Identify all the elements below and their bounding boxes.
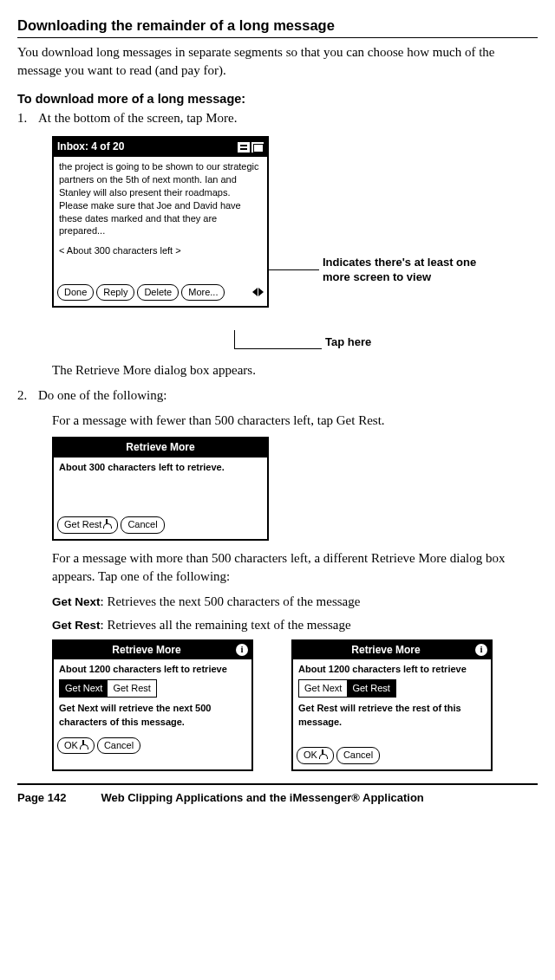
more-button[interactable]: More...: [181, 284, 225, 301]
tab-selector[interactable]: Get Next Get Rest: [59, 679, 157, 698]
step-text: Do one of the following:: [38, 386, 166, 405]
titlebar-icons: [238, 142, 264, 153]
def-get-rest: Get Rest: Retrieves all the remaining te…: [52, 616, 538, 634]
arrow-right-icon: [258, 288, 264, 296]
dialog-desc: Get Rest will retrieve the rest of this …: [298, 702, 486, 738]
tab-get-rest[interactable]: Get Rest: [347, 680, 395, 697]
arrow-left-icon: [252, 288, 258, 296]
def-get-next: Get Next: Retrieves the next 500 charact…: [52, 593, 538, 611]
tab-get-rest[interactable]: Get Rest: [108, 680, 155, 697]
dialog-title: Retrieve More: [351, 643, 420, 658]
get-rest-button[interactable]: Get Rest: [57, 516, 118, 533]
page-number: Page 142: [17, 790, 66, 806]
dialog-title: Retrieve More: [54, 438, 267, 458]
reply-button[interactable]: Reply: [96, 284, 134, 301]
callout-remaining: Indicates there's at least one more scre…: [323, 256, 496, 284]
retrieve-more-next-dialog: Retrieve More i About 1200 characters le…: [52, 639, 253, 771]
list-icon: [251, 142, 264, 153]
procedure-heading: To download more of a long message:: [17, 90, 538, 107]
scroll-arrows[interactable]: [252, 288, 264, 296]
antenna-icon: [80, 742, 88, 750]
cancel-button[interactable]: Cancel: [121, 516, 164, 533]
cancel-button[interactable]: Cancel: [336, 747, 380, 763]
done-button[interactable]: Done: [57, 284, 94, 301]
def-label: Get Rest: [52, 619, 101, 632]
def-label: Get Next: [52, 595, 101, 608]
dialog-line1: About 1200 characters left to retrieve: [59, 663, 246, 676]
step-number: 1.: [17, 109, 38, 127]
ok-button[interactable]: OK: [57, 737, 95, 754]
step-1: 1. At the bottom of the screen, tap More…: [17, 109, 538, 127]
ok-button[interactable]: OK: [297, 747, 334, 763]
step1-result: The Retrieve More dialog box appears.: [52, 361, 538, 380]
message-body: the project is going to be shown to our …: [54, 157, 267, 243]
retrieve-more-small-dialog: Retrieve More About 300 characters left …: [52, 437, 269, 540]
cancel-button[interactable]: Cancel: [97, 737, 140, 754]
chapter-title: Web Clipping Applications and the iMesse…: [101, 790, 423, 806]
section-heading: Downloading the remainder of a long mess…: [17, 16, 538, 38]
dialog-line1: About 1200 characters left to retrieve: [298, 663, 486, 676]
antenna-icon: [319, 751, 327, 759]
remaining-chars-indicator: < About 300 characters left >: [54, 243, 267, 280]
antenna-icon: [103, 521, 111, 529]
info-icon[interactable]: i: [475, 644, 487, 656]
info-icon[interactable]: i: [236, 644, 248, 656]
tab-get-next[interactable]: Get Next: [299, 680, 347, 697]
case-under-500: For a message with fewer than 500 charac…: [52, 412, 538, 430]
inbox-screenshot: Inbox: 4 of 20 the project is going to b…: [52, 136, 269, 308]
dialog-title: Retrieve More: [112, 643, 180, 658]
dialog-desc: Get Next will retrieve the next 500 char…: [59, 702, 246, 729]
step-2: 2. Do one of the following:: [17, 386, 538, 405]
step-text: At the bottom of the screen, tap More.: [38, 109, 238, 127]
intro-paragraph: You download long messages in separate s…: [17, 43, 538, 80]
delete-button[interactable]: Delete: [137, 284, 179, 301]
callout-taphere: Tap here: [325, 335, 371, 349]
page-footer: Page 142 Web Clipping Applications and t…: [17, 783, 538, 806]
view-icon: [238, 142, 250, 153]
tab-selector[interactable]: Get Next Get Rest: [298, 679, 396, 698]
step-number: 2.: [17, 386, 38, 405]
tab-get-next[interactable]: Get Next: [60, 680, 108, 697]
retrieve-more-rest-dialog: Retrieve More i About 1200 characters le…: [291, 639, 493, 771]
case-over-500: For a message with more than 500 charact…: [52, 549, 538, 586]
inbox-title: Inbox: 4 of 20: [57, 140, 124, 154]
dialog-body: About 300 characters left to retrieve.: [54, 458, 267, 513]
